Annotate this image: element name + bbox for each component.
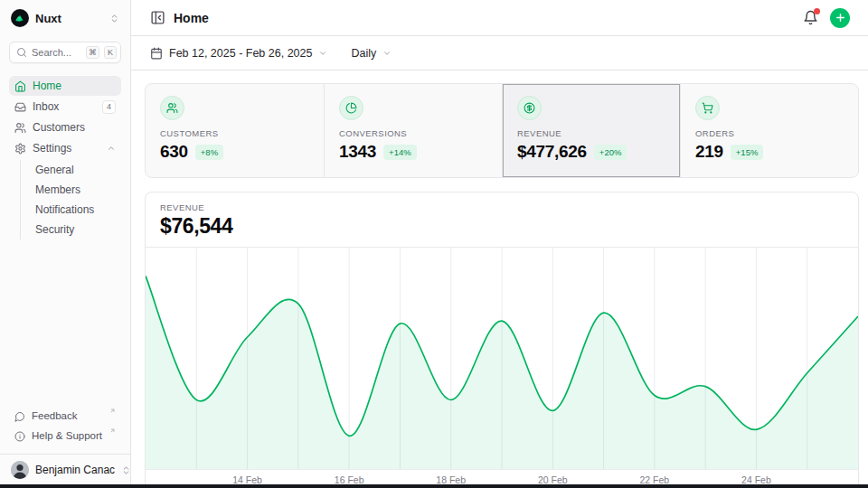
search-input[interactable]: [32, 47, 81, 58]
chevron-down-icon: [382, 49, 392, 58]
period-value: Daily: [351, 47, 376, 60]
stat-value: 219: [695, 142, 723, 162]
revenue-chart[interactable]: [146, 248, 858, 469]
add-button[interactable]: [830, 8, 850, 28]
external-link-icon: [109, 408, 116, 414]
date-range-picker[interactable]: Feb 12, 2025 - Feb 26, 2025: [150, 47, 327, 60]
stat-card-customers[interactable]: CUSTOMERS 630 +8%: [146, 84, 324, 177]
sidebar-item-feedback[interactable]: Feedback: [9, 408, 121, 427]
topbar: Home: [131, 0, 868, 36]
revenue-chart-svg: [146, 248, 858, 469]
user-name: Benjamin Canac: [35, 464, 115, 476]
topbar-actions: [803, 8, 850, 28]
kbd-k: K: [104, 46, 117, 59]
chevron-down-icon: [318, 49, 327, 58]
sidebar-spacer: [0, 239, 130, 408]
settings-sub-nav: General Members Notifications Security: [20, 160, 121, 239]
sidebar-item-settings[interactable]: Settings: [9, 138, 121, 158]
main-area: Home Feb 12, 2025 - Feb 26, 2025 Daily: [131, 0, 868, 488]
gear-icon: [14, 143, 26, 155]
chevron-up-icon: [107, 144, 116, 153]
search-icon: [16, 47, 27, 58]
stat-label: REVENUE: [517, 128, 665, 138]
bottom-edge-strip: [0, 484, 868, 488]
dollar-circle-icon: [517, 96, 542, 120]
stat-label: CONVERSIONS: [339, 128, 487, 138]
org-name: Nuxt: [35, 12, 103, 25]
chevrons-up-down-icon: [109, 14, 119, 23]
chevrons-up-down-icon: [121, 465, 131, 475]
sidebar-item-members[interactable]: Members: [21, 180, 121, 200]
inbox-icon: [14, 101, 26, 113]
chart-label: REVENUE: [160, 202, 844, 212]
sidebar-item-help-support[interactable]: Help & Support: [9, 427, 121, 446]
footer-item-label: Feedback: [32, 410, 106, 421]
notifications-button[interactable]: [803, 10, 818, 25]
home-icon: [14, 80, 26, 92]
sidebar-nav: Home Inbox 4 Customers Settings: [0, 76, 130, 158]
stat-card-orders[interactable]: ORDERS 219 +15%: [680, 84, 858, 177]
footer-item-label: Help & Support: [32, 430, 106, 441]
inbox-count-badge: 4: [102, 100, 116, 114]
stat-value: 1343: [339, 142, 376, 162]
stat-value: 630: [160, 142, 188, 162]
notification-dot: [814, 8, 820, 14]
collapse-sidebar-icon[interactable]: [150, 10, 165, 25]
sidebar-footer-nav: Feedback Help & Support: [0, 408, 130, 450]
cart-icon: [695, 96, 720, 120]
stat-delta-badge: +8%: [195, 145, 223, 160]
stat-card-revenue[interactable]: REVENUE $477,626 +20%: [502, 84, 680, 177]
date-range-value: Feb 12, 2025 - Feb 26, 2025: [169, 47, 312, 60]
sidebar-item-home[interactable]: Home: [9, 76, 121, 96]
revenue-chart-card: REVENUE $76,544 14 Feb16 Feb18 Feb20 Feb…: [145, 192, 859, 488]
calendar-icon: [150, 47, 163, 60]
stat-delta-badge: +20%: [594, 145, 627, 160]
users-icon: [160, 96, 184, 120]
sidebar-item-label: Inbox: [33, 100, 96, 113]
stats-row: CUSTOMERS 630 +8% CONVERSIONS 1343 +14%: [145, 83, 859, 178]
users-icon: [14, 122, 26, 134]
message-bubble-icon: [14, 411, 25, 422]
sidebar: Nuxt ⌘ K Home Inbox 4: [0, 0, 131, 488]
pie-chart-icon: [339, 96, 363, 120]
stat-value: $477,626: [517, 142, 587, 162]
info-circle-icon: [14, 431, 25, 442]
stat-card-conversions[interactable]: CONVERSIONS 1343 +14%: [324, 84, 502, 177]
search-box[interactable]: ⌘ K: [9, 42, 121, 63]
stat-label: CUSTOMERS: [160, 128, 309, 138]
avatar: [11, 461, 29, 479]
sidebar-item-label: Customers: [33, 121, 116, 134]
stat-delta-badge: +15%: [731, 145, 764, 160]
sidebar-item-customers[interactable]: Customers: [9, 117, 121, 137]
stat-label: ORDERS: [695, 128, 844, 138]
sidebar-item-label: Settings: [33, 142, 100, 155]
plus-icon: [835, 12, 846, 23]
stat-delta-badge: +14%: [383, 145, 417, 160]
sidebar-item-general[interactable]: General: [21, 160, 121, 180]
sidebar-item-label: Home: [33, 80, 116, 92]
external-link-icon: [109, 427, 116, 434]
org-switcher[interactable]: Nuxt: [0, 0, 130, 34]
filter-bar: Feb 12, 2025 - Feb 26, 2025 Daily: [131, 36, 868, 70]
chart-header: REVENUE $76,544: [146, 192, 858, 248]
sidebar-item-inbox[interactable]: Inbox 4: [9, 97, 121, 117]
sidebar-item-notifications[interactable]: Notifications: [21, 200, 121, 220]
sidebar-item-security[interactable]: Security: [21, 220, 121, 239]
nuxt-logo-icon: [11, 9, 29, 27]
dashboard-content: CUSTOMERS 630 +8% CONVERSIONS 1343 +14%: [131, 70, 868, 488]
user-menu[interactable]: Benjamin Canac: [0, 454, 130, 488]
period-select[interactable]: Daily: [351, 47, 392, 60]
kbd-cmd: ⌘: [86, 46, 99, 59]
page-title: Home: [174, 11, 209, 25]
chart-value: $76,544: [160, 214, 844, 239]
